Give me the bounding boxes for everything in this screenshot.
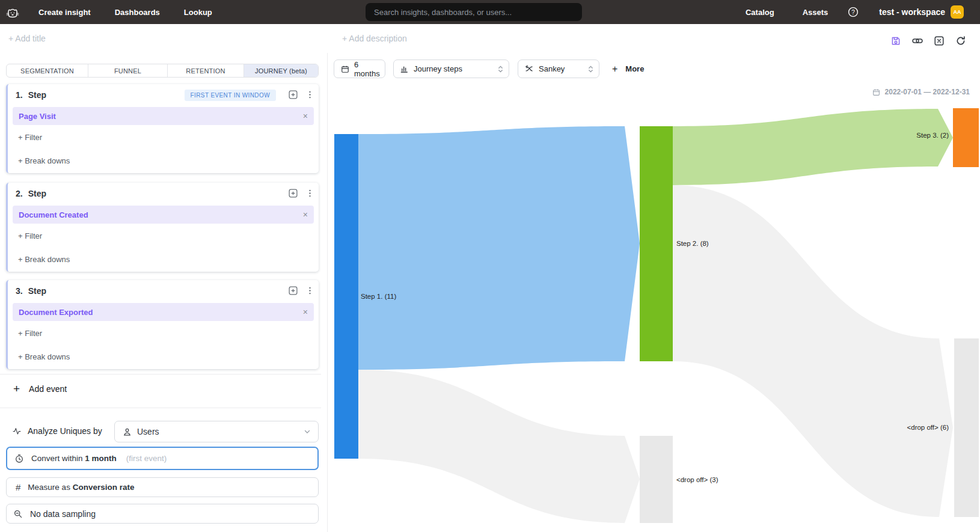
pulse-icon bbox=[12, 426, 22, 436]
step-2-index: 2. bbox=[16, 189, 23, 198]
step-1-menu-icon[interactable] bbox=[305, 90, 315, 100]
help-icon[interactable]: ? bbox=[848, 7, 859, 17]
sankey-link-step2-step3[interactable] bbox=[673, 109, 953, 185]
clear-insight-icon[interactable] bbox=[934, 35, 945, 46]
conversion-window-hint: (first event) bbox=[126, 454, 167, 463]
analyze-uniques-label: Analyze Uniques by bbox=[28, 426, 102, 436]
nav-dashboards[interactable]: Dashboards bbox=[115, 8, 160, 17]
select-chevrons-icon bbox=[497, 65, 504, 73]
nav-create-insight[interactable]: Create insight bbox=[38, 8, 91, 17]
top-nav-bar: Create insight Dashboards Lookup Catalog… bbox=[0, 0, 980, 24]
sankey-node-step1[interactable] bbox=[334, 134, 358, 459]
sankey-link-step1-step2[interactable] bbox=[358, 126, 640, 370]
tab-journey[interactable]: JOURNEY (beta) bbox=[244, 64, 318, 77]
nav-lookup[interactable]: Lookup bbox=[184, 8, 212, 17]
step-1-add-breakdowns[interactable]: + Break downs bbox=[18, 156, 70, 165]
refresh-icon[interactable] bbox=[955, 35, 966, 46]
sankey-label-step3: Step 3. (2) bbox=[916, 132, 949, 139]
measure-as-text: Measure as Conversion rate bbox=[28, 483, 134, 492]
step-3-title: Step bbox=[28, 286, 46, 296]
data-sampling-label: No data sampling bbox=[30, 509, 96, 519]
conversion-window-value: 1 month bbox=[85, 454, 117, 463]
step-2-add-filter[interactable]: + Filter bbox=[18, 231, 42, 240]
step-card-3: 3.Step Document Exported × + Filter + Br… bbox=[6, 280, 319, 369]
view-tabs: SEGMENTATION FUNNEL RETENTION JOURNEY (b… bbox=[6, 64, 319, 78]
step-2-title: Step bbox=[28, 189, 46, 198]
analyze-uniques-row: Analyze Uniques by bbox=[12, 426, 102, 436]
chart-date-range-value: 2022-07-01 — 2022-12-31 bbox=[885, 88, 970, 96]
divider-below-add-event bbox=[0, 408, 321, 408]
add-step-after-2-icon[interactable] bbox=[288, 188, 298, 198]
step-3-index: 3. bbox=[16, 286, 23, 296]
divider-above-add-event bbox=[0, 374, 321, 375]
add-event-label: Add event bbox=[29, 384, 67, 394]
user-avatar[interactable]: AA bbox=[951, 5, 964, 19]
app-logo-cat-icon[interactable] bbox=[5, 5, 20, 22]
copy-link-icon[interactable] bbox=[912, 35, 923, 46]
step-2-menu-icon[interactable] bbox=[305, 188, 315, 198]
step-1-event-pill[interactable]: Page Visit × bbox=[13, 107, 314, 125]
tab-funnel[interactable]: FUNNEL bbox=[88, 64, 168, 77]
sankey-label-step2: Step 2. (8) bbox=[676, 240, 709, 247]
more-options-button[interactable]: + More bbox=[612, 60, 644, 78]
step-3-event-pill[interactable]: Document Exported × bbox=[13, 303, 314, 321]
add-step-after-1-icon[interactable] bbox=[288, 90, 298, 100]
chart-type-select[interactable]: Sankey bbox=[518, 60, 599, 78]
convert-within-text: Convert within 1 month bbox=[31, 454, 117, 463]
step-3-menu-icon[interactable] bbox=[305, 286, 315, 296]
measure-as-setting[interactable]: # Measure as Conversion rate bbox=[6, 477, 319, 497]
step-1-add-filter[interactable]: + Filter bbox=[18, 133, 42, 142]
tab-segmentation[interactable]: SEGMENTATION bbox=[7, 64, 88, 77]
calendar-icon bbox=[341, 65, 349, 73]
step-3-event-name: Document Exported bbox=[19, 308, 93, 317]
step-2-event-pill[interactable]: Document Created × bbox=[13, 206, 314, 224]
workspace-name[interactable]: test - workspace bbox=[879, 7, 945, 17]
add-step-after-3-icon[interactable] bbox=[288, 286, 298, 296]
add-description-button[interactable]: + Add description bbox=[342, 34, 407, 43]
data-sampling-setting[interactable]: No data sampling bbox=[6, 504, 319, 524]
step-2-add-breakdowns[interactable]: + Break downs bbox=[18, 255, 70, 264]
nav-assets[interactable]: Assets bbox=[803, 8, 828, 17]
hash-icon: # bbox=[16, 482, 20, 492]
breakdown-select[interactable]: Journey steps bbox=[393, 60, 509, 78]
date-range-button[interactable]: 6 months bbox=[334, 60, 385, 78]
step-1-title: Step bbox=[28, 90, 46, 100]
calendar-icon bbox=[872, 88, 880, 96]
step-2-remove-event-icon[interactable]: × bbox=[303, 210, 308, 219]
sankey-chart: Step 1. (11) Step 2. (8) Step 3. (2) <dr… bbox=[322, 96, 980, 532]
sankey-node-step2[interactable] bbox=[640, 126, 673, 361]
step-3-remove-event-icon[interactable]: × bbox=[303, 308, 308, 316]
step-1-remove-event-icon[interactable]: × bbox=[303, 112, 308, 120]
svg-text:?: ? bbox=[852, 9, 856, 16]
step-3-add-filter[interactable]: + Filter bbox=[18, 329, 42, 338]
main-menu: Create insight Dashboards Lookup bbox=[38, 0, 212, 24]
sankey-node-step3[interactable] bbox=[953, 108, 979, 167]
chart-type-value: Sankey bbox=[539, 64, 565, 73]
chevron-down-icon bbox=[304, 428, 311, 435]
global-search-input[interactable] bbox=[366, 3, 582, 21]
conversion-window-setting[interactable]: Convert within 1 month (first event) bbox=[6, 447, 319, 470]
sankey-link-step2-dropoff[interactable] bbox=[673, 185, 953, 517]
step-2-event-name: Document Created bbox=[19, 210, 88, 219]
chart-date-range: 2022-07-01 — 2022-12-31 bbox=[872, 88, 970, 96]
step-3-add-breakdowns[interactable]: + Break downs bbox=[18, 352, 70, 361]
insight-header: + Add title + Add description bbox=[0, 24, 980, 53]
date-range-value: 6 months bbox=[354, 60, 385, 78]
analyze-by-select[interactable]: Users bbox=[114, 421, 319, 442]
add-event-button[interactable]: + Add event bbox=[13, 383, 67, 394]
select-chevrons-icon bbox=[587, 65, 594, 73]
magnifier-minus-icon bbox=[13, 509, 23, 519]
tab-retention[interactable]: RETENTION bbox=[168, 64, 244, 77]
sankey-link-step1-dropoff[interactable] bbox=[358, 370, 640, 523]
step-card-2: 2.Step Document Created × + Filter + Bre… bbox=[6, 183, 319, 272]
sankey-icon bbox=[524, 64, 533, 73]
sankey-node-dropoff-1[interactable] bbox=[640, 436, 673, 523]
save-icon[interactable] bbox=[890, 35, 901, 46]
nav-catalog[interactable]: Catalog bbox=[746, 8, 774, 17]
plus-icon: + bbox=[612, 64, 617, 75]
sankey-label-step1: Step 1. (11) bbox=[361, 293, 396, 300]
step-1-header: 1.Step bbox=[16, 90, 46, 100]
sankey-node-dropoff-2[interactable] bbox=[954, 338, 979, 517]
add-title-button[interactable]: + Add title bbox=[8, 34, 46, 43]
sankey-label-dropoff-2: <drop off> (6) bbox=[907, 424, 949, 431]
